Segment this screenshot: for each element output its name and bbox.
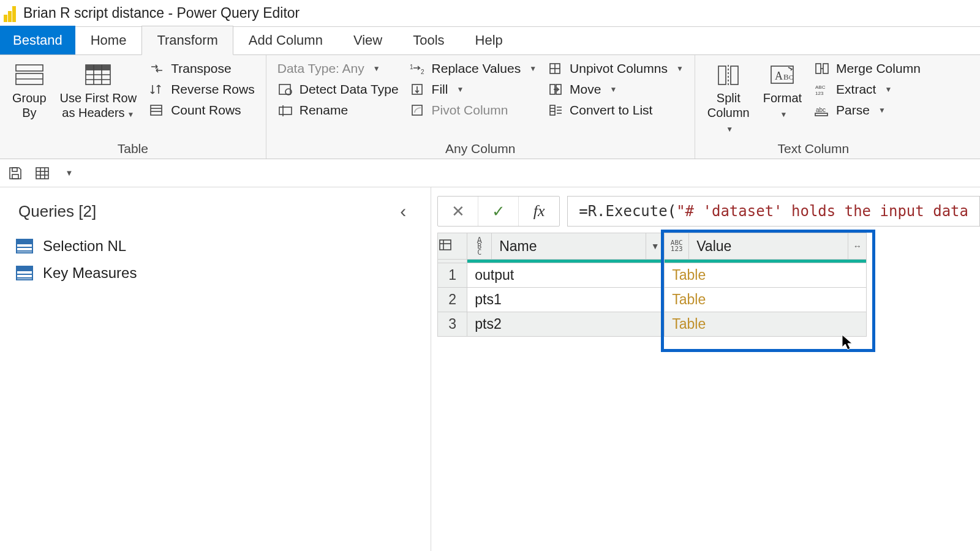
- merge-columns-label: Merge Column: [836, 61, 921, 76]
- svg-text:1: 1: [410, 64, 413, 70]
- svg-rect-44: [12, 174, 18, 179]
- svg-rect-38: [816, 64, 821, 73]
- parse-button[interactable]: abc Parse▼: [812, 102, 923, 119]
- pivot-icon: [410, 103, 426, 118]
- tab-home[interactable]: Home: [75, 26, 142, 54]
- unpivot-label: Unpivot Columns: [570, 61, 668, 76]
- format-button[interactable]: ABC Format▼: [760, 59, 805, 122]
- merge-columns-button[interactable]: Merge Column: [812, 60, 923, 77]
- pivot-column-button[interactable]: Pivot Column: [407, 102, 539, 119]
- qat-more-icon[interactable]: ▼: [60, 164, 78, 182]
- extract-label: Extract: [836, 82, 876, 97]
- column-header-value-label: Value: [689, 238, 848, 255]
- tab-view[interactable]: View: [338, 26, 398, 54]
- replace-values-button[interactable]: 12 Replace Values▼: [407, 60, 539, 77]
- collapse-queries-icon[interactable]: ‹: [394, 201, 412, 222]
- svg-rect-45: [12, 168, 17, 171]
- split-column-button[interactable]: Split Column▼: [704, 59, 753, 137]
- cell-value[interactable]: Table: [665, 312, 867, 337]
- svg-rect-39: [823, 64, 828, 73]
- query-item-selection-nl[interactable]: Selection NL: [5, 233, 426, 260]
- unpivot-columns-button[interactable]: Unpivot Columns▼: [545, 60, 686, 77]
- use-first-row-button[interactable]: Use First Row as Headers▼: [56, 59, 141, 122]
- fill-button[interactable]: Fill▼: [407, 81, 539, 98]
- move-button[interactable]: Move▼: [545, 81, 686, 98]
- table-row[interactable]: 3 pts2 Table: [438, 312, 867, 337]
- table-icon: [16, 239, 33, 253]
- data-type-button[interactable]: Data Type: Any▼: [275, 60, 401, 77]
- table-row[interactable]: 1 output Table: [438, 263, 867, 288]
- group-by-label: Group By: [12, 91, 47, 120]
- svg-text:A: A: [775, 70, 783, 82]
- extract-button[interactable]: ABC123 Extract▼: [812, 81, 923, 98]
- quick-access-toolbar: ▼: [0, 159, 980, 187]
- svg-text:B: B: [783, 72, 789, 81]
- group-by-button[interactable]: Group By: [9, 59, 50, 120]
- rename-button[interactable]: Rename: [275, 102, 401, 119]
- transpose-icon: [149, 61, 165, 76]
- data-grid[interactable]: ABC Name ▼ Value ↔: [437, 233, 867, 337]
- queries-pane: Queries [2] ‹ Selection NL Key Measures: [0, 187, 431, 551]
- transpose-label: Transpose: [171, 61, 231, 76]
- formula-fx-icon[interactable]: fx: [519, 197, 559, 226]
- cell-value[interactable]: Table: [665, 288, 867, 312]
- format-label: Format: [763, 91, 802, 105]
- formula-input[interactable]: = R.Execute ( "# 'dataset' holds the inp…: [567, 196, 980, 227]
- column-expand-icon[interactable]: ↔: [848, 233, 866, 259]
- replace-values-icon: 12: [410, 61, 426, 76]
- type-badge-text-icon: ABC: [467, 233, 492, 259]
- count-rows-button[interactable]: Count Rows: [146, 102, 257, 119]
- table-icon: [16, 266, 33, 280]
- svg-rect-4: [86, 65, 110, 70]
- row-number: 1: [438, 263, 467, 288]
- group-by-icon: [13, 61, 45, 88]
- reverse-rows-label: Reverse Rows: [171, 82, 255, 97]
- cell-name[interactable]: output: [467, 263, 665, 288]
- table-row[interactable]: 2 pts1 Table: [438, 288, 867, 312]
- grid-corner[interactable]: [438, 233, 467, 260]
- tab-transform[interactable]: Transform: [141, 26, 233, 55]
- svg-rect-19: [412, 105, 422, 115]
- ribbon-group-any-column-label: Any Column: [275, 139, 686, 157]
- formula-cancel-icon[interactable]: ✕: [438, 197, 478, 226]
- svg-text:abc: abc: [816, 107, 826, 113]
- rename-icon: [277, 103, 293, 118]
- svg-rect-0: [16, 65, 43, 71]
- svg-text:C: C: [789, 74, 793, 81]
- reverse-rows-button[interactable]: Reverse Rows: [146, 81, 257, 98]
- ribbon-group-text-column: Split Column▼ ABC Format▼ Merge Column A…: [695, 55, 932, 159]
- formula-bar: ✕ ✓ fx = R.Execute ( "# 'dataset' holds …: [431, 187, 980, 233]
- count-rows-icon: [149, 103, 165, 118]
- ribbon-group-text-column-label: Text Column: [704, 139, 923, 157]
- row-number: 2: [438, 288, 467, 312]
- tab-tools[interactable]: Tools: [398, 26, 459, 54]
- ribbon-group-any-column: Data Type: Any▼ Detect Data Type Rename …: [266, 55, 695, 159]
- table-view-icon[interactable]: [33, 164, 51, 182]
- formula-fn: R.Execute: [588, 203, 668, 220]
- svg-rect-31: [718, 66, 726, 84]
- column-header-name[interactable]: ABC Name ▼: [467, 233, 665, 260]
- tab-file[interactable]: Bestand: [0, 26, 75, 54]
- use-first-row-label: Use First Row as Headers: [60, 91, 137, 119]
- convert-list-icon: [548, 103, 564, 118]
- column-header-value[interactable]: Value ↔: [665, 233, 867, 260]
- transpose-button[interactable]: Transpose: [146, 60, 257, 77]
- formula-prefix: =: [579, 203, 587, 220]
- formula-accept-icon[interactable]: ✓: [478, 197, 519, 226]
- window-title: Brian R script distance - Power Query Ed…: [23, 5, 300, 21]
- count-rows-label: Count Rows: [171, 103, 241, 118]
- cell-name[interactable]: pts1: [467, 288, 665, 312]
- ribbon: Group By Use First Row as Headers▼ Trans…: [0, 55, 980, 159]
- unpivot-icon: [548, 61, 564, 76]
- cell-value[interactable]: Table: [665, 263, 867, 288]
- column-filter-icon[interactable]: ▼: [646, 233, 664, 259]
- format-icon: ABC: [766, 61, 798, 88]
- convert-to-list-button[interactable]: Convert to List: [545, 102, 686, 119]
- query-item-key-measures[interactable]: Key Measures: [5, 260, 426, 287]
- tab-add-column[interactable]: Add Column: [233, 26, 338, 54]
- svg-rect-51: [440, 240, 451, 250]
- save-icon[interactable]: [6, 164, 24, 182]
- tab-help[interactable]: Help: [460, 26, 518, 54]
- cell-name[interactable]: pts2: [467, 312, 665, 337]
- detect-data-type-button[interactable]: Detect Data Type: [275, 81, 401, 98]
